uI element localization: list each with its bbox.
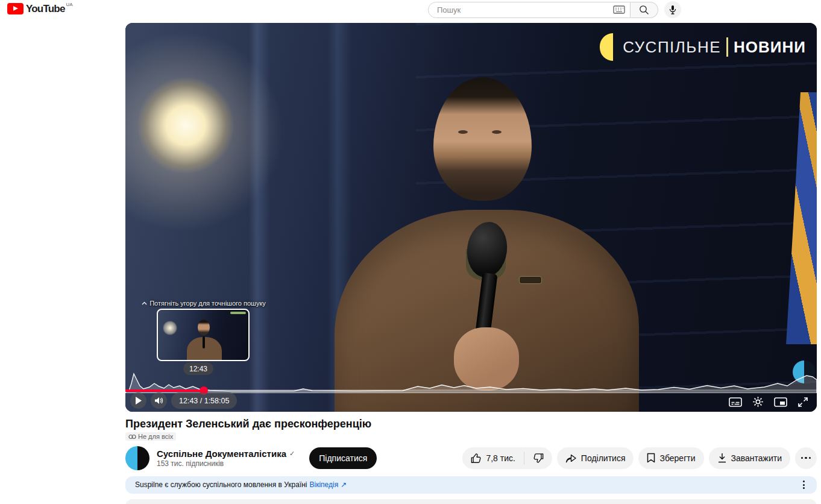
player-controls-left: 12:43 / 1:58:05	[130, 392, 237, 409]
keyboard-icon[interactable]	[613, 5, 625, 14]
share-icon	[565, 453, 577, 463]
search-box	[428, 2, 631, 18]
gear-icon	[752, 396, 764, 408]
video-title: Президент Зеленський дає пресконференцію	[125, 417, 817, 430]
more-actions-button[interactable]	[795, 447, 817, 469]
info-banner: Suspilne є службою суспільного мовлення …	[125, 476, 817, 494]
dislike-button[interactable]	[524, 447, 552, 469]
subscriber-count: 153 тис. підписників	[157, 459, 295, 468]
action-buttons: 7,8 тис. Поділитися Зберегти Завантажити	[462, 447, 817, 469]
miniplayer-button[interactable]	[774, 397, 787, 407]
subscribe-button[interactable]: Підписатися	[309, 447, 377, 469]
speaker-icon	[154, 397, 163, 405]
channel-avatar[interactable]	[125, 446, 149, 470]
search-bar	[428, 1, 681, 18]
watermark-divider	[726, 37, 728, 57]
download-icon	[717, 453, 727, 463]
subtitles-icon	[729, 397, 742, 407]
fullscreen-button[interactable]	[797, 397, 808, 408]
banner-menu-button[interactable]	[801, 478, 807, 491]
miniplayer-icon	[774, 397, 787, 407]
settings-button[interactable]	[752, 396, 764, 408]
search-icon	[639, 5, 649, 15]
banner-text: Suspilne є службою суспільного мовлення …	[135, 480, 307, 489]
bookmark-icon	[647, 453, 655, 463]
save-button[interactable]: Зберегти	[638, 447, 703, 469]
youtube-play-icon	[7, 3, 24, 14]
jacket-patch	[519, 276, 542, 284]
wikipedia-link[interactable]: Вікіпедія	[310, 480, 339, 489]
microphone-icon	[668, 5, 677, 14]
subtitles-button[interactable]	[729, 397, 742, 407]
search-input[interactable]	[437, 5, 613, 14]
top-bar: YouTube UA	[0, 0, 821, 19]
seek-preview-thumbnail[interactable]	[157, 309, 250, 361]
suspilne-halfmoon-icon	[600, 33, 613, 61]
channel-row: Суспільне Документалістика ✓ 153 тис. пі…	[125, 446, 817, 470]
play-icon	[135, 397, 142, 405]
time-display: 12:43 / 1:58:05	[171, 392, 237, 409]
youtube-logo-text: YouTube	[26, 3, 65, 14]
voice-search-button[interactable]	[664, 1, 681, 18]
thumb-up-icon	[471, 453, 482, 464]
speaker-eye	[492, 130, 502, 134]
thumb-down-icon	[533, 453, 544, 464]
like-button[interactable]: 7,8 тис.	[462, 447, 523, 469]
player-controls-right	[729, 396, 808, 408]
download-button[interactable]: Завантажити	[709, 447, 791, 469]
share-button[interactable]: Поділитися	[557, 447, 634, 469]
progress-bar[interactable]	[125, 389, 817, 392]
like-count: 7,8 тис.	[486, 453, 515, 463]
watermark-channel-text: СУСПІЛЬНЕ	[623, 38, 721, 57]
speaker-eye	[458, 130, 468, 134]
country-code-label: UA	[66, 2, 73, 7]
play-button[interactable]	[130, 392, 146, 409]
video-info-section: Президент Зеленський дає пресконференцію…	[125, 412, 817, 504]
watermark-section-text: НОВИНИ	[734, 38, 806, 57]
chevron-up-icon	[142, 301, 147, 305]
like-dislike-group: 7,8 тис.	[462, 447, 552, 469]
verified-icon: ✓	[289, 450, 295, 458]
video-player[interactable]: СУСПІЛЬНЕ НОВИНИ Потягніть угору для точ…	[125, 23, 817, 412]
search-button[interactable]	[631, 2, 658, 18]
channel-name[interactable]: Суспільне Документалістика	[157, 449, 286, 459]
external-link-arrow[interactable]: ↗	[341, 480, 347, 489]
broadcaster-watermark: СУСПІЛЬНЕ НОВИНИ	[600, 33, 806, 61]
volume-button[interactable]	[151, 392, 167, 409]
link-icon	[128, 434, 136, 439]
description-box[interactable]: 171 479 переглядів Пряма трансляція відб…	[125, 499, 817, 504]
ukraine-presidential-flag	[785, 92, 817, 344]
youtube-logo[interactable]: YouTube UA	[7, 3, 73, 14]
progress-played	[125, 389, 204, 392]
visibility-badge: Не для всіх	[125, 432, 176, 441]
seek-hint: Потягніть угору для точнішого пошуку	[125, 300, 282, 307]
fullscreen-icon	[797, 397, 808, 408]
